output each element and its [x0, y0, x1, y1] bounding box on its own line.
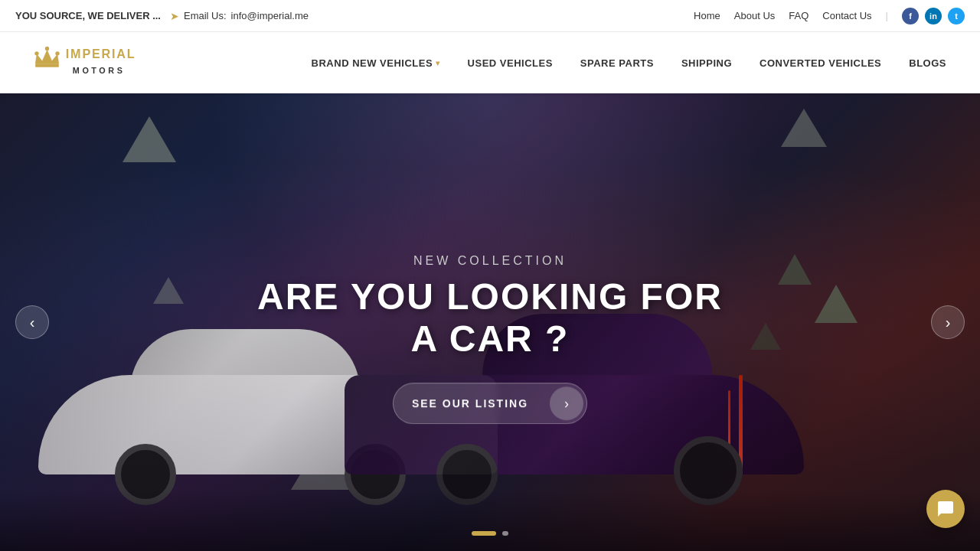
svg-text:MOTORS: MOTORS	[73, 66, 126, 75]
svg-point-2	[45, 47, 49, 51]
nav-spare[interactable]: SPARE PARTS	[570, 51, 665, 75]
nav-shipping[interactable]: SHIPPING	[671, 51, 743, 75]
svg-point-1	[34, 51, 38, 55]
chevron-left-icon: ‹	[30, 314, 35, 331]
svg-text:IMPERIAL: IMPERIAL	[66, 47, 136, 60]
hero-slider: NEW COLLECTION ARE YOU LOOKING FOR A CAR…	[0, 93, 980, 551]
hero-cta-arrow-icon: ›	[550, 386, 583, 420]
twitter-icon[interactable]: t	[948, 8, 965, 24]
topnav-about[interactable]: About Us	[734, 10, 775, 21]
logo-svg: IMPERIAL MOTORS	[23, 40, 161, 86]
email-label: Email Us:	[184, 10, 227, 21]
hero-background: NEW COLLECTION ARE YOU LOOKING FOR A CAR…	[0, 93, 980, 551]
svg-rect-4	[35, 64, 59, 67]
svg-point-3	[55, 51, 59, 55]
main-nav: BRAND NEW VEHICLES ▾ USED VEHICLES SPARE…	[301, 51, 957, 75]
send-icon: ➤	[170, 10, 179, 22]
top-bar-left: YOU SOURCE, WE DELIVER ... ➤ Email Us: i…	[15, 10, 309, 22]
hero-content: NEW COLLECTION ARE YOU LOOKING FOR A CAR…	[245, 254, 735, 424]
chat-widget-button[interactable]	[926, 490, 965, 528]
topnav-home[interactable]: Home	[694, 10, 720, 21]
social-icons: f in t	[902, 8, 965, 24]
slider-dot-1[interactable]	[472, 531, 496, 536]
slider-dots	[472, 531, 508, 536]
nav-converted[interactable]: CONVERTED VEHICLES	[749, 51, 892, 75]
top-bar: YOU SOURCE, WE DELIVER ... ➤ Email Us: i…	[0, 0, 980, 32]
facebook-icon[interactable]: f	[902, 8, 919, 24]
topnav-faq[interactable]: FAQ	[789, 10, 808, 21]
svg-marker-0	[35, 50, 59, 64]
chevron-down-icon: ▾	[436, 59, 440, 67]
chat-icon	[936, 500, 955, 518]
logo-area[interactable]: IMPERIAL MOTORS	[23, 40, 161, 86]
linkedin-icon[interactable]: in	[925, 8, 942, 24]
nav-bar: IMPERIAL MOTORS BRAND NEW VEHICLES ▾ USE…	[0, 32, 980, 93]
tagline: YOU SOURCE, WE DELIVER ...	[15, 10, 161, 21]
nav-brand-new[interactable]: BRAND NEW VEHICLES ▾	[301, 51, 451, 75]
topnav-contact[interactable]: Contact Us	[822, 10, 871, 21]
triangle-top-right	[781, 109, 827, 147]
top-bar-right: Home About Us FAQ Contact Us | f in t	[694, 8, 965, 24]
chevron-right-icon: ›	[946, 314, 951, 331]
nav-blogs[interactable]: BLOGS	[898, 51, 957, 75]
slider-dot-2[interactable]	[502, 531, 508, 536]
divider: |	[886, 10, 888, 21]
email-link[interactable]: info@imperial.me	[231, 10, 309, 21]
slider-next-button[interactable]: ›	[931, 305, 965, 339]
triangle-top-left	[122, 116, 176, 162]
hero-cta-label: SEE OUR LISTING	[394, 386, 547, 420]
email-section: ➤ Email Us: info@imperial.me	[170, 10, 309, 22]
slider-prev-button[interactable]: ‹	[15, 305, 49, 339]
hero-title: ARE YOU LOOKING FOR A CAR ?	[245, 276, 735, 360]
hero-cta-button[interactable]: SEE OUR LISTING ›	[393, 383, 587, 424]
nav-used[interactable]: USED VEHICLES	[457, 51, 564, 75]
hero-subtitle: NEW COLLECTION	[245, 254, 735, 268]
